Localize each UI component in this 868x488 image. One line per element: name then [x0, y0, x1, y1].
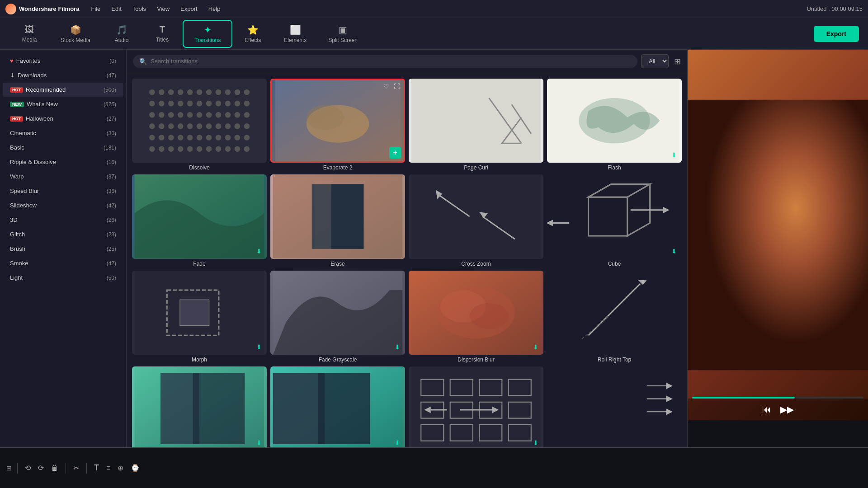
toolbar-transitions[interactable]: ✦ Transitions — [183, 20, 232, 48]
download-btn-move-rectangle-1[interactable]: ⬇ — [531, 438, 541, 447]
download-btn-morph[interactable]: ⬇ — [254, 342, 264, 352]
transition-item-cross-zoom[interactable]: Cross Zoom — [407, 173, 545, 268]
dissolve-svg — [139, 83, 260, 159]
transition-item-fade-grayscale[interactable]: ⬇ Fade Grayscale — [269, 269, 407, 365]
cut-button[interactable]: ✂ — [71, 462, 81, 474]
grid-view-icon[interactable]: ⊞ — [674, 56, 681, 66]
svg-point-37 — [187, 123, 193, 129]
toolbar-media[interactable]: 🖼 Media — [9, 21, 50, 47]
svg-point-53 — [235, 135, 241, 141]
download-btn-push[interactable]: ⬇ — [254, 438, 264, 447]
sidebar-item-halloween[interactable]: HOT Halloween (27) — [3, 112, 123, 126]
download-btn-fade-grayscale[interactable]: ⬇ — [392, 342, 402, 352]
delete-button[interactable]: 🗑 — [49, 462, 60, 474]
svg-point-62 — [216, 146, 222, 152]
transition-thumb-page-curl — [409, 79, 543, 163]
transition-label-fade-grayscale: Fade Grayscale — [319, 357, 357, 363]
text-button[interactable]: T — [92, 461, 101, 474]
svg-rect-102 — [550, 271, 679, 355]
svg-point-40 — [216, 123, 222, 129]
toolbar-audio[interactable]: 🎵 Audio — [101, 21, 142, 47]
add-button-evaporate[interactable]: + — [389, 147, 401, 159]
toolbar-stock-media[interactable]: 📦 Stock Media — [50, 21, 101, 47]
svg-point-57 — [168, 146, 174, 152]
export-button[interactable]: Export — [814, 26, 859, 42]
audio-timeline-button[interactable]: ⊕ — [116, 462, 125, 474]
menu-file[interactable]: File — [86, 4, 105, 14]
transition-thumb-cube: ⬇ — [547, 174, 682, 258]
clock-button[interactable]: ⌚ — [129, 462, 142, 474]
fullscreen-overlay-evaporate: ⛶ — [394, 83, 400, 90]
sidebar-item-downloads[interactable]: ⬇ Downloads (47) — [3, 68, 123, 82]
transition-item-erase-slide[interactable]: ⬇ Erase Slide — [269, 365, 407, 447]
transitions-grid: Dissolve — [127, 73, 687, 447]
sidebar-item-favorites[interactable]: ♥ Favorites (0) — [3, 54, 123, 68]
transition-item-erase[interactable]: Erase — [269, 173, 407, 268]
transition-item-move-rectangle-1[interactable]: ⬇ Move Rectangle 1 — [407, 365, 545, 447]
transition-item-page-curl[interactable]: Page Curl — [407, 77, 545, 173]
sidebar-label-slideshow: Slideshow — [10, 202, 105, 209]
download-btn-dispersion-blur[interactable]: ⬇ — [531, 342, 541, 352]
transition-item-cube[interactable]: ⬇ Cube — [545, 173, 684, 268]
sidebar-item-slideshow[interactable]: Slideshow (42) — [3, 198, 123, 212]
toolbar-split-screen[interactable]: ▣ Split Screen — [317, 21, 368, 47]
sidebar-label-downloads: Downloads — [18, 72, 105, 79]
sidebar-count-cinematic: (30) — [107, 130, 116, 136]
sidebar-item-brush[interactable]: Brush (25) — [3, 242, 123, 256]
sidebar-item-recommended[interactable]: HOT Recommended (500) — [3, 83, 123, 97]
grid-icon-timeline: ⊞ — [6, 465, 12, 472]
menu-help[interactable]: Help — [204, 4, 225, 14]
toolbar-effects[interactable]: ⭐ Effects — [232, 21, 273, 47]
svg-point-34 — [159, 123, 165, 129]
toolbar-titles[interactable]: T Titles — [142, 21, 183, 47]
menu-edit[interactable]: Edit — [107, 4, 126, 14]
download-btn-flash[interactable]: ⬇ — [669, 150, 679, 160]
sidebar-item-basic[interactable]: Basic (181) — [3, 141, 123, 155]
sidebar-item-3d[interactable]: 3D (26) — [3, 213, 123, 227]
filter-select[interactable]: All — [641, 54, 669, 68]
prev-frame-button[interactable]: ⏮ — [762, 404, 771, 415]
sidebar-item-light[interactable]: Light (50) — [3, 271, 123, 285]
svg-rect-96 — [180, 300, 209, 325]
search-input[interactable] — [151, 58, 631, 65]
heart-overlay-evaporate: ♡ — [383, 83, 389, 90]
transition-item-dissolve[interactable]: Dissolve — [130, 77, 269, 173]
transition-item-flash[interactable]: ⬇ Flash — [545, 77, 684, 173]
crosszoom-svg — [409, 174, 543, 258]
adjust-button[interactable]: ≡ — [104, 462, 112, 474]
transition-item-roll-right-top[interactable]: Roll Right Top — [545, 269, 684, 365]
transition-item-evaporate2[interactable]: ♡ ⛶ + Evaporate 2 — [269, 77, 407, 173]
toolbar-elements[interactable]: ⬜ Elements — [273, 21, 317, 47]
sidebar-item-whats-new[interactable]: NEW What's New (525) — [3, 97, 123, 111]
sidebar-item-cinematic[interactable]: Cinematic (30) — [3, 126, 123, 140]
svg-point-43 — [244, 123, 250, 129]
sidebar-item-glitch[interactable]: Glitch (23) — [3, 227, 123, 241]
sidebar-item-ripple-dissolve[interactable]: Ripple & Dissolve (16) — [3, 155, 123, 169]
menu-export[interactable]: Export — [176, 4, 202, 14]
svg-point-31 — [235, 112, 241, 118]
transition-item-morph[interactable]: ⬇ Morph — [130, 269, 269, 365]
svg-point-7 — [216, 89, 222, 95]
svg-point-12 — [159, 101, 165, 107]
menu-tools[interactable]: Tools — [128, 4, 151, 14]
sidebar-item-warp[interactable]: Warp (37) — [3, 169, 123, 183]
sidebar-item-speed-blur[interactable]: Speed Blur (36) — [3, 184, 123, 198]
play-button[interactable]: ▶▶ — [780, 404, 794, 415]
sidebar-count-light: (50) — [107, 275, 116, 281]
svg-point-49 — [197, 135, 203, 141]
redo-button[interactable]: ⟳ — [36, 462, 46, 474]
download-btn-fade[interactable]: ⬇ — [254, 246, 264, 256]
undo-button[interactable]: ⟲ — [23, 462, 33, 474]
svg-point-22 — [149, 112, 155, 118]
sidebar-label-cinematic: Cinematic — [10, 130, 105, 136]
menu-items: File Edit Tools View Export Help — [86, 4, 225, 14]
menu-view[interactable]: View — [152, 4, 174, 14]
transition-item-dispersion-blur[interactable]: ⬇ Dispersion Blur — [407, 269, 545, 365]
download-btn-cube[interactable]: ⬇ — [669, 246, 679, 256]
transition-thumb-cross-zoom — [409, 174, 543, 258]
transition-item-flip-roll-3[interactable]: Flip Roll 3 — [545, 365, 684, 447]
transition-item-push[interactable]: ⬇ Push — [130, 365, 269, 447]
transition-item-fade[interactable]: ⬇ Fade — [130, 173, 269, 268]
download-btn-erase-slide[interactable]: ⬇ — [392, 438, 402, 447]
sidebar-item-smoke[interactable]: Smoke (42) — [3, 256, 123, 270]
